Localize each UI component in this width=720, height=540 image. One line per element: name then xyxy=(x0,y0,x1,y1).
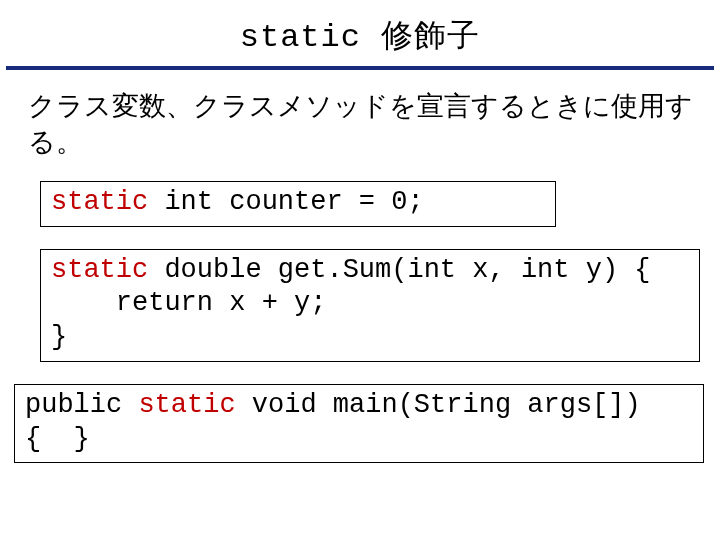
code-text: public xyxy=(25,390,138,420)
code-example-1: static int counter = 0; xyxy=(40,181,556,227)
code-text: int counter = 0; xyxy=(148,187,423,217)
title-keyword: static xyxy=(240,19,361,56)
title-rest: 修飾子 xyxy=(361,16,480,54)
code-example-3: public static void main(String args[]) {… xyxy=(14,384,704,464)
static-keyword: static xyxy=(51,187,148,217)
code-text: void main(String args[]) xyxy=(236,390,641,420)
slide-title: static 修飾子 xyxy=(0,0,720,66)
description-text: クラス変数、クラスメソッドを宣言するときに使用する。 xyxy=(28,88,696,161)
static-keyword: static xyxy=(51,255,148,285)
static-keyword: static xyxy=(138,390,235,420)
code-text: { } xyxy=(25,424,90,454)
code-text: return x + y; xyxy=(51,288,326,318)
code-text: } xyxy=(51,322,67,352)
code-text: double get.Sum(int x, int y) { xyxy=(148,255,650,285)
title-underline xyxy=(6,66,714,70)
code-example-2: static double get.Sum(int x, int y) { re… xyxy=(40,249,700,362)
